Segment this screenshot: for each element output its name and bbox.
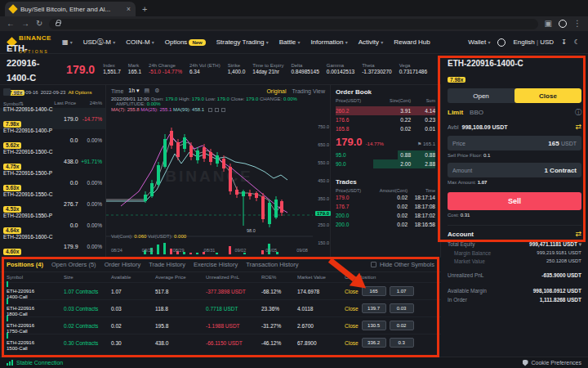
position-row: ETH-2209161800-Call 0.03 Contracts 0.03 … xyxy=(0,299,441,316)
col-last-price[interactable]: Last Price xyxy=(48,101,76,106)
nav-item-activity[interactable]: Activity ▾ xyxy=(359,38,384,46)
tab-exercise-history[interactable]: Exercise History xyxy=(194,261,238,268)
tab-open-orders[interactable]: Open Orders (5) xyxy=(51,261,96,268)
ma-checkbox[interactable] xyxy=(208,108,212,112)
wallet-menu[interactable]: Wallet ▾ xyxy=(468,38,490,46)
sell-button[interactable]: Sell xyxy=(448,192,581,210)
col-symbol[interactable]: Symbol⇅ xyxy=(3,101,48,106)
browser-tab[interactable]: Buy/Sell Bitcoin, Ether and Al... × xyxy=(5,2,136,16)
account-section: Account ⇄ Total Equity999,471.1181 USDT … xyxy=(448,225,581,303)
transfer-icon[interactable]: ⇄ xyxy=(575,123,581,131)
nav-item-options[interactable]: OptionsNew xyxy=(165,38,206,46)
close-tab-icon[interactable]: × xyxy=(127,5,131,13)
option-row-1500P[interactable]: ETH-220916-1500-P5.63x 0.00.00% xyxy=(0,172,105,193)
back-icon[interactable]: ← xyxy=(7,20,15,28)
options-list-sidebar: 2022-09-16 2022-09-23 All Options Symbol… xyxy=(0,85,106,258)
tab-close[interactable]: Close xyxy=(514,88,581,103)
interval-selector[interactable]: 1h ▾ xyxy=(128,88,139,94)
ma-checkbox[interactable] xyxy=(215,108,219,112)
tab-order-history[interactable]: Order History xyxy=(105,261,141,268)
last-price: 179.0 xyxy=(66,63,95,76)
stat-mark: Mark165.1 xyxy=(128,63,141,76)
bid-row[interactable]: 90.02.002.88 xyxy=(336,159,435,168)
info-icon[interactable]: ⓘ xyxy=(575,108,581,117)
tab-open[interactable]: Open xyxy=(448,88,514,103)
col-24h-change[interactable]: 24h% xyxy=(76,101,102,106)
ask-row[interactable]: 260.23.914.14 xyxy=(336,106,435,115)
stat-index: Index1,551.7 xyxy=(103,63,121,76)
tab-trade-history[interactable]: Trade History xyxy=(149,261,185,268)
ask-row[interactable]: 176.60.220.23 xyxy=(336,115,435,124)
extensions-icon[interactable]: ▣ xyxy=(545,20,552,28)
close-price-input[interactable] xyxy=(362,321,386,330)
tab-transaction-history[interactable]: Transaction History xyxy=(246,261,298,268)
close-qty-input[interactable] xyxy=(390,303,414,313)
nav-item-battle[interactable]: Battle ▾ xyxy=(279,38,301,46)
nav-item-coinm[interactable]: COIN-M ▾ xyxy=(126,38,154,46)
book-change: -14.77% xyxy=(366,141,384,146)
expiry-date-1[interactable]: 2022-09-16 xyxy=(13,90,38,95)
close-position-link[interactable]: Close xyxy=(345,340,359,346)
stat-theta: Theta-1.37230270 xyxy=(362,63,392,76)
forward-icon[interactable]: → xyxy=(21,20,29,28)
tab-positions[interactable]: Positions (4) xyxy=(7,261,43,268)
time-axis: 08/2408/2608/29 08/3109/0209/05 09/08 xyxy=(106,248,313,253)
ask-row[interactable]: 165.80.020.01 xyxy=(336,124,435,133)
ma-checkbox[interactable] xyxy=(221,108,225,112)
stat-strike: Strike1,400.0 xyxy=(228,63,246,76)
browser-tab-strip: Buy/Sell Bitcoin, Ether and Al... × + xyxy=(0,0,588,16)
option-row-1500C[interactable]: ETH-220916-1500-C4.75x 438.0+91.71% xyxy=(0,150,105,172)
unrealized-pnl-row: Unrealized PnL-635.9000 USDT xyxy=(448,272,581,278)
cost-note: Cost: 0.31 xyxy=(448,213,581,218)
new-badge: New xyxy=(189,39,205,46)
amount-field[interactable]: Amount 1 Contract xyxy=(448,163,581,177)
reload-icon[interactable]: ↻ xyxy=(36,20,42,28)
theme-toggle-icon[interactable]: ☾ xyxy=(574,38,580,46)
order-type-bbo[interactable]: BBO xyxy=(470,109,483,116)
hide-other-symbols-label: Hide Other Symbols xyxy=(380,261,434,268)
book-last-price: 179.0 xyxy=(336,136,363,148)
chart-tab-original[interactable]: Original xyxy=(266,88,286,94)
connection-status: Stable Connection xyxy=(16,360,63,366)
close-price-input[interactable] xyxy=(362,303,386,313)
total-equity-row[interactable]: Total Equity999,471.1181 USDT ▾ xyxy=(448,241,581,248)
close-position-link[interactable]: Close xyxy=(345,323,359,329)
browser-profile-avatar[interactable] xyxy=(559,20,567,28)
new-tab-button[interactable]: + xyxy=(142,4,147,14)
close-price-input[interactable] xyxy=(362,338,386,348)
annotation-arrow xyxy=(325,255,382,296)
cookie-preferences[interactable]: Cookie Preferences xyxy=(523,360,581,366)
order-book-header: Price(USDT)Size(Cont)Sum xyxy=(336,98,435,103)
option-row-1400C[interactable]: ETH-220916-1400-C7.98x 179.0-14.77% xyxy=(0,108,105,129)
option-row-1550C[interactable]: ETH-220916-1550-C4.53x 276.70.00% xyxy=(0,193,105,214)
products-grid-icon[interactable]: ▦ ▾ xyxy=(62,38,73,46)
browser-menu-icon[interactable]: ⋮ xyxy=(573,20,581,28)
language-currency[interactable]: English | USD xyxy=(513,38,554,46)
option-row-1550P[interactable]: ETH-220916-1550-P4.64x 0.00.00% xyxy=(0,214,105,236)
nav-item-information[interactable]: Information ▾ xyxy=(310,38,347,46)
calendar-icon[interactable] xyxy=(3,88,11,96)
option-row-1600C[interactable]: ETH-220916-1600-C4.60x 179.90.00% xyxy=(0,236,105,257)
close-qty-input[interactable] xyxy=(390,338,414,348)
avbl-label: Avbl xyxy=(448,124,459,130)
expiry-date-2[interactable]: 2022-09-23 xyxy=(41,90,66,95)
price-field[interactable]: Price 165 USDT xyxy=(448,136,581,150)
nav-item-reward-hub[interactable]: Reward Hub xyxy=(394,38,430,46)
nav-item-usdm[interactable]: USDⓈ-M ▾ xyxy=(83,38,115,47)
indicator-settings-icon[interactable]: ⚙ xyxy=(154,88,159,94)
close-qty-input[interactable] xyxy=(390,321,414,330)
option-row-1400P[interactable]: ETH-220916-1400-P5.62x 0.00.00% xyxy=(0,129,105,150)
download-icon[interactable]: ↧ xyxy=(561,38,567,46)
account-transfer-icon[interactable]: ⇄ xyxy=(575,230,581,238)
url-field[interactable] xyxy=(49,19,537,29)
all-options-filter[interactable]: All Options xyxy=(68,90,91,95)
account-avatar-icon[interactable] xyxy=(497,38,506,47)
chart-tab-tradingview[interactable]: Trading View xyxy=(292,88,325,94)
candle-style-icon[interactable]: ▤ xyxy=(145,88,150,94)
close-qty-input[interactable] xyxy=(390,286,414,296)
close-position-link[interactable]: Close xyxy=(345,306,359,312)
order-type-limit[interactable]: Limit xyxy=(448,109,463,116)
bid-row[interactable]: 95.00.880.88 xyxy=(336,150,435,159)
url-input[interactable] xyxy=(65,20,531,28)
nav-item-strategy-trading[interactable]: Strategy Trading ▾ xyxy=(216,38,269,46)
